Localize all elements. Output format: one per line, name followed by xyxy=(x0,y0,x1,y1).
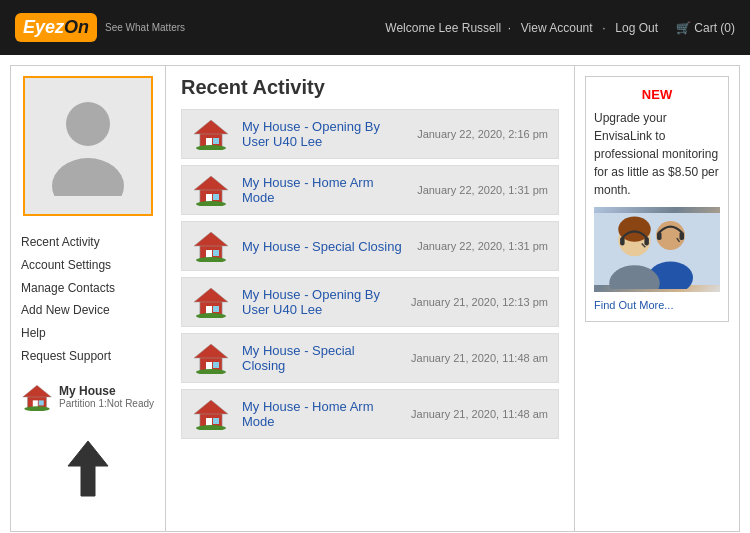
svg-point-1 xyxy=(52,158,124,196)
activity-title-0[interactable]: My House - Opening By User U40 Lee xyxy=(242,119,405,149)
activity-list: My House - Opening By User U40 Lee Janua… xyxy=(181,109,559,439)
svg-rect-31 xyxy=(213,362,219,368)
device-section: My House Partition 1:Not Ready xyxy=(11,378,165,416)
up-arrow xyxy=(63,436,113,501)
activity-house-icon-0 xyxy=(192,118,230,150)
avatar-silhouette xyxy=(48,96,128,196)
device-item[interactable]: My House Partition 1:Not Ready xyxy=(21,383,155,411)
sidebar-item-recent-activity[interactable]: Recent Activity xyxy=(21,231,155,254)
activity-title-4[interactable]: My House - Special Closing xyxy=(242,343,399,373)
logo-tagline: See What Matters xyxy=(105,21,185,34)
activity-date-4: January 21, 2020, 11:48 am xyxy=(411,352,548,364)
activity-item: My House - Home Arm Mode January 22, 202… xyxy=(181,165,559,215)
sidebar-menu: Recent Activity Account Settings Manage … xyxy=(11,226,165,373)
activity-house-icon-5 xyxy=(192,398,230,430)
sidebar-item-request-support[interactable]: Request Support xyxy=(21,345,155,368)
svg-rect-36 xyxy=(213,418,219,424)
device-name: My House xyxy=(59,384,154,398)
svg-rect-48 xyxy=(644,237,649,245)
svg-rect-4 xyxy=(33,400,38,407)
svg-rect-25 xyxy=(206,306,212,314)
activity-date-3: January 21, 2020, 12:13 pm xyxy=(411,296,548,308)
activity-item: My House - Opening By User U40 Lee Janua… xyxy=(181,277,559,327)
activity-text-1: My House - Home Arm Mode xyxy=(242,175,405,205)
activity-title-2[interactable]: My House - Special Closing xyxy=(242,239,405,254)
house-icon-small xyxy=(21,383,53,411)
logo-on: On xyxy=(64,17,89,37)
main-content: Recent Activity My House - Opening By Us… xyxy=(166,66,574,531)
logo: EyezOn xyxy=(15,13,97,42)
activity-house-icon-4 xyxy=(192,342,230,374)
activity-date-2: January 22, 2020, 1:31 pm xyxy=(417,240,548,252)
page-title: Recent Activity xyxy=(181,76,559,99)
sidebar: Recent Activity Account Settings Manage … xyxy=(11,66,166,531)
activity-date-0: January 22, 2020, 2:16 pm xyxy=(417,128,548,140)
sidebar-item-help[interactable]: Help xyxy=(21,322,155,345)
header: EyezOn See What Matters Welcome Lee Russ… xyxy=(0,0,750,55)
activity-date-5: January 21, 2020, 11:48 am xyxy=(411,408,548,420)
svg-marker-7 xyxy=(68,441,108,496)
ad-new-label: NEW xyxy=(594,85,720,105)
avatar xyxy=(23,76,153,216)
svg-rect-10 xyxy=(206,138,212,146)
device-status: Partition 1:Not Ready xyxy=(59,398,154,409)
activity-item: My House - Special Closing January 22, 2… xyxy=(181,221,559,271)
svg-rect-41 xyxy=(657,232,662,240)
activity-date-1: January 22, 2020, 1:31 pm xyxy=(417,184,548,196)
logout-link[interactable]: Log Out xyxy=(615,21,658,35)
svg-rect-11 xyxy=(213,138,219,144)
view-account-link[interactable]: View Account xyxy=(521,21,593,35)
sidebar-item-manage-contacts[interactable]: Manage Contacts xyxy=(21,277,155,300)
activity-text-5: My House - Home Arm Mode xyxy=(242,399,399,429)
right-panel: NEW Upgrade your EnvisaLink to professio… xyxy=(574,66,739,531)
header-nav: Welcome Lee Russell · View Account · Log… xyxy=(385,21,661,35)
logo-area: EyezOn See What Matters xyxy=(15,13,185,42)
sidebar-item-add-new-device[interactable]: Add New Device xyxy=(21,299,155,322)
activity-title-3[interactable]: My House - Opening By User U40 Lee xyxy=(242,287,399,317)
activity-house-icon-1 xyxy=(192,174,230,206)
activity-title-5[interactable]: My House - Home Arm Mode xyxy=(242,399,399,429)
svg-rect-35 xyxy=(206,418,212,426)
svg-rect-30 xyxy=(206,362,212,370)
activity-item: My House - Special Closing January 21, 2… xyxy=(181,333,559,383)
svg-rect-5 xyxy=(39,400,44,405)
cart[interactable]: 🛒 Cart (0) xyxy=(676,21,735,35)
activity-item: My House - Opening By User U40 Lee Janua… xyxy=(181,109,559,159)
svg-point-0 xyxy=(66,102,110,146)
activity-title-1[interactable]: My House - Home Arm Mode xyxy=(242,175,405,205)
activity-text-2: My House - Special Closing xyxy=(242,239,405,254)
device-info: My House Partition 1:Not Ready xyxy=(59,384,154,409)
svg-rect-15 xyxy=(206,194,212,202)
svg-rect-21 xyxy=(213,250,219,256)
svg-rect-42 xyxy=(680,232,685,240)
ad-image xyxy=(594,207,720,292)
activity-text-3: My House - Opening By User U40 Lee xyxy=(242,287,399,317)
activity-item: My House - Home Arm Mode January 21, 202… xyxy=(181,389,559,439)
main-layout: Recent Activity Account Settings Manage … xyxy=(10,65,740,532)
svg-rect-47 xyxy=(620,237,625,245)
activity-text-0: My House - Opening By User U40 Lee xyxy=(242,119,405,149)
svg-rect-16 xyxy=(213,194,219,200)
ad-text: Upgrade your EnvisaLink to professional … xyxy=(594,109,720,199)
sidebar-item-account-settings[interactable]: Account Settings xyxy=(21,254,155,277)
ad-find-more-link[interactable]: Find Out More... xyxy=(594,297,720,314)
svg-rect-26 xyxy=(213,306,219,312)
welcome-text: Welcome Lee Russell xyxy=(385,21,501,35)
svg-rect-20 xyxy=(206,250,212,258)
activity-text-4: My House - Special Closing xyxy=(242,343,399,373)
ad-box: NEW Upgrade your EnvisaLink to professio… xyxy=(585,76,729,322)
activity-house-icon-2 xyxy=(192,230,230,262)
activity-house-icon-3 xyxy=(192,286,230,318)
